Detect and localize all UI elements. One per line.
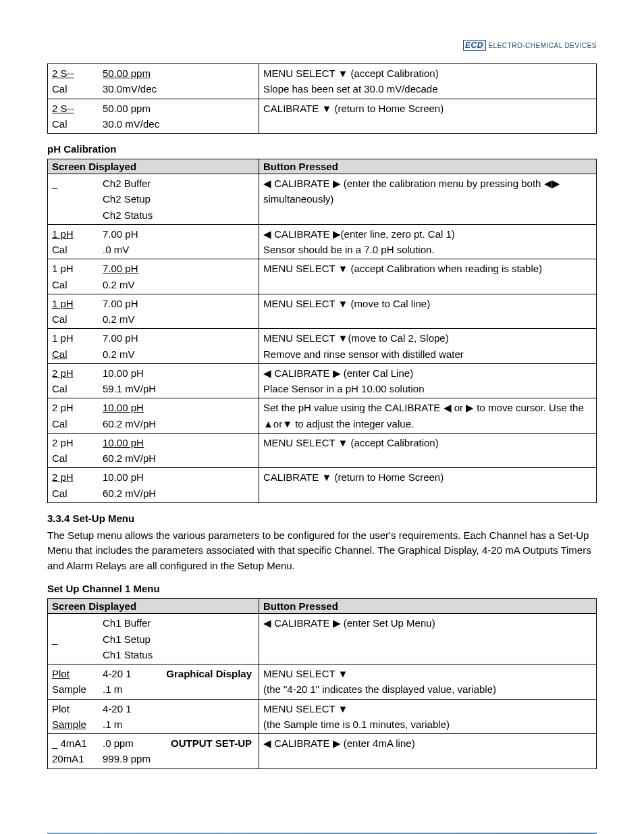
ph-calibration-heading: pH Calibration [47, 143, 597, 155]
table-cell: 1 pH7.00 pHCal.0 mV [48, 224, 259, 259]
table-cell: ◀ CALIBRATE ▶ (enter Cal Line)Place Sens… [259, 363, 597, 398]
table-cell: CALIBRATE ▼ (return to Home Screen) [259, 468, 597, 503]
calibration-table-top: 2 S--50.00 ppmCal30.0mV/decMENU SELECT ▼… [47, 63, 597, 134]
table-cell: MENU SELECT ▼ (accept Calibration)Slope … [259, 64, 597, 99]
table-cell: MENU SELECT ▼(move to Cal 2, Slope)Remov… [259, 329, 597, 364]
table-cell: CALIBRATE ▼ (return to Home Screen) [259, 99, 597, 134]
setup-menu-heading: 3.3.4 Set-Up Menu [47, 513, 597, 524]
table-cell: ◀ CALIBRATE ▶ (enter 4mA line) [259, 734, 597, 769]
col-button-pressed: Button Pressed [259, 159, 597, 174]
setup-ch1-table: Screen Displayed Button Pressed Ch1 Buff… [47, 598, 597, 768]
table-cell: _ 4mA1 .0 ppmOUTPUT SET-UP20mA1999.9 ppm [48, 734, 259, 769]
table-cell: ◀ CALIBRATE ▶(enter line, zero pt. Cal 1… [259, 224, 597, 259]
table-cell: MENU SELECT ▼(the "4-20 1" indicates the… [259, 664, 597, 700]
footer-divider [47, 833, 597, 834]
table-cell: Set the pH value using the CALIBRATE ◀ o… [259, 398, 597, 434]
setup-ch1-heading: Set Up Channel 1 Menu [47, 583, 597, 594]
table-cell: 2 pH10.00 pHCal60.2 mV/pH [48, 468, 259, 503]
table-cell: MENU SELECT ▼(the Sample time is 0.1 min… [259, 699, 597, 734]
table-cell: Plot4-20 1Sample .1 m [48, 699, 259, 734]
ph-calibration-table: Screen Displayed Button Pressed _Ch2 Buf… [47, 159, 597, 503]
table-cell: _Ch2 BufferCh2 SetupCh2 Status [48, 174, 259, 225]
logo-brand: ECD [463, 40, 486, 51]
col-button-pressed: Button Pressed [259, 599, 597, 614]
table-cell: Ch1 Buffer_Ch1 SetupCh1 Status [48, 614, 259, 664]
table-cell: 1 pH7.00 pHCal0.2 mV [48, 294, 259, 329]
table-cell: 2 S--50.00 ppmCal30.0 mV/dec [48, 99, 259, 134]
col-screen-displayed: Screen Displayed [48, 599, 259, 614]
company-logo: ECD ELECTRO-CHEMICAL DEVICES [47, 41, 597, 50]
table-cell: 1 pH7.00 pHCal0.2 mV [48, 259, 259, 294]
table-cell: 2 pH10.00 pHCal59.1 mV/pH [48, 363, 259, 398]
table-cell: ◀ CALIBRATE ▶ (enter the calibration men… [259, 174, 597, 225]
table-cell: Plot4-20 1Graphical DisplaySample .1 m [48, 664, 259, 700]
table-cell: MENU SELECT ▼ (accept Calibration) [259, 433, 597, 468]
table-cell: 1 pH7.00 pHCal0.2 mV [48, 329, 259, 364]
table-cell: 2 pH10.00 pHCal60.2 mV/pH [48, 433, 259, 468]
table-cell: MENU SELECT ▼ (move to Cal line) [259, 294, 597, 329]
table-cell: MENU SELECT ▼ (accept Calibration when r… [259, 259, 597, 294]
table-cell: ◀ CALIBRATE ▶ (enter Set Up Menu) [259, 614, 597, 664]
logo-text: ELECTRO-CHEMICAL DEVICES [488, 42, 597, 49]
setup-menu-paragraph: The Setup menu allows the various parame… [47, 528, 597, 574]
table-cell: 2 S--50.00 ppmCal30.0mV/dec [48, 64, 259, 99]
col-screen-displayed: Screen Displayed [48, 159, 259, 174]
table-cell: 2 pH10.00 pHCal60.2 mV/pH [48, 398, 259, 434]
